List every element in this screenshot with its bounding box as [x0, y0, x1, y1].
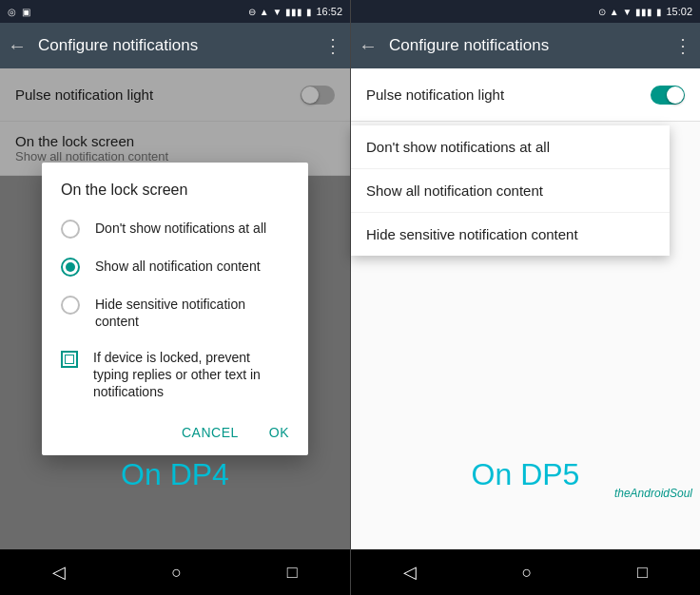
left-dialog-option-2[interactable]: Show all notification content [42, 248, 308, 286]
left-sb-icon-loc: ◎ [8, 7, 16, 17]
left-radio-3[interactable] [61, 296, 80, 315]
left-checkbox-4[interactable] [61, 351, 78, 368]
left-radio-2[interactable] [61, 258, 80, 277]
left-sb-dnd: ⊖ [248, 7, 256, 17]
left-sb-battery: ▮ [306, 7, 312, 17]
left-checkbox-inner-4 [65, 355, 74, 364]
right-nav-home[interactable]: ○ [522, 563, 533, 583]
left-sb-icon-nfc: ▣ [22, 7, 30, 17]
left-dialog-title: On the lock screen [42, 163, 308, 210]
right-app-bar-title: Configure notifications [389, 36, 662, 55]
left-app-bar-title: Configure notifications [38, 36, 312, 55]
left-sb-wifi: ▼ [273, 7, 282, 17]
left-nav-bar: ◁ ○ □ [0, 549, 350, 595]
left-nav-back[interactable]: ◁ [52, 562, 66, 583]
left-dialog: On the lock screen Don't show notificati… [42, 163, 308, 456]
right-pulse-label: Pulse notification light [366, 86, 651, 103]
right-dropdown-item-3[interactable]: Hide sensitive notification content [351, 213, 670, 256]
left-dialog-option-4[interactable]: If device is locked, prevent typing repl… [42, 339, 308, 411]
right-dropdown-item-1[interactable]: Don't show notifications at all [351, 125, 670, 169]
left-ok-button[interactable]: OK [258, 417, 301, 448]
right-back-button[interactable]: ← [359, 35, 378, 57]
right-pulse-toggle[interactable] [651, 86, 685, 105]
right-content: Pulse notification light Don't show noti… [351, 68, 700, 549]
left-radio-1[interactable] [61, 220, 80, 239]
left-dialog-actions: CANCEL OK [42, 410, 308, 455]
left-more-button[interactable]: ⋮ [323, 34, 342, 57]
right-app-bar: ← Configure notifications ⋮ [351, 23, 700, 68]
right-sb-dnd: ⊙ [598, 7, 606, 17]
left-nav-home[interactable]: ○ [171, 563, 182, 583]
right-more-button[interactable]: ⋮ [673, 34, 692, 57]
right-dropdown-menu: Don't show notifications at all Show all… [351, 125, 670, 256]
right-nav-back[interactable]: ◁ [403, 562, 417, 583]
right-status-bar: ⊙ ▲ ▼ ▮▮▮ ▮ 15:02 [351, 0, 700, 23]
left-radio-inner-2 [66, 262, 75, 272]
left-panel: ◎ ▣ ⊖ ▲ ▼ ▮▮▮ ▮ 16:52 ← Configure notifi… [0, 0, 350, 595]
left-back-button[interactable]: ← [8, 35, 27, 57]
right-panel: ⊙ ▲ ▼ ▮▮▮ ▮ 15:02 ← Configure notificati… [350, 0, 700, 595]
left-sb-signal: ▮▮▮ [285, 7, 302, 17]
left-app-bar: ← Configure notifications ⋮ [0, 23, 350, 68]
right-sb-alarm: ▲ [610, 7, 619, 17]
left-cancel-button[interactable]: CANCEL [170, 417, 250, 448]
left-dialog-option-3[interactable]: Hide sensitive notification content [42, 286, 308, 339]
left-option-label-3: Hide sensitive notification content [95, 296, 289, 330]
left-dialog-option-1[interactable]: Don't show notifications at all [42, 210, 308, 248]
right-watermark: theAndroidSoul [614, 487, 692, 500]
right-nav-bar: ◁ ○ □ [351, 549, 700, 595]
left-nav-recents[interactable]: □ [287, 563, 298, 583]
left-sb-time: 16:52 [316, 6, 342, 17]
right-sb-signal: ▮▮▮ [635, 7, 652, 17]
right-sb-battery: ▮ [656, 7, 662, 17]
right-nav-recents[interactable]: □ [637, 563, 648, 583]
left-sb-alarm: ▲ [260, 7, 269, 17]
left-content: Pulse notification light On the lock scr… [0, 68, 350, 549]
right-sb-time: 15:02 [666, 6, 692, 17]
left-option-label-4: If device is locked, prevent typing repl… [93, 349, 289, 401]
left-bottom-label: On DP4 [0, 457, 350, 492]
left-option-label-2: Show all notification content [95, 258, 261, 275]
right-dropdown-item-2[interactable]: Show all notification content [351, 169, 670, 213]
right-pulse-row[interactable]: Pulse notification light [351, 68, 700, 122]
right-sb-wifi: ▼ [623, 7, 632, 17]
left-status-bar: ◎ ▣ ⊖ ▲ ▼ ▮▮▮ ▮ 16:52 [0, 0, 350, 23]
left-option-label-1: Don't show notifications at all [95, 220, 266, 237]
